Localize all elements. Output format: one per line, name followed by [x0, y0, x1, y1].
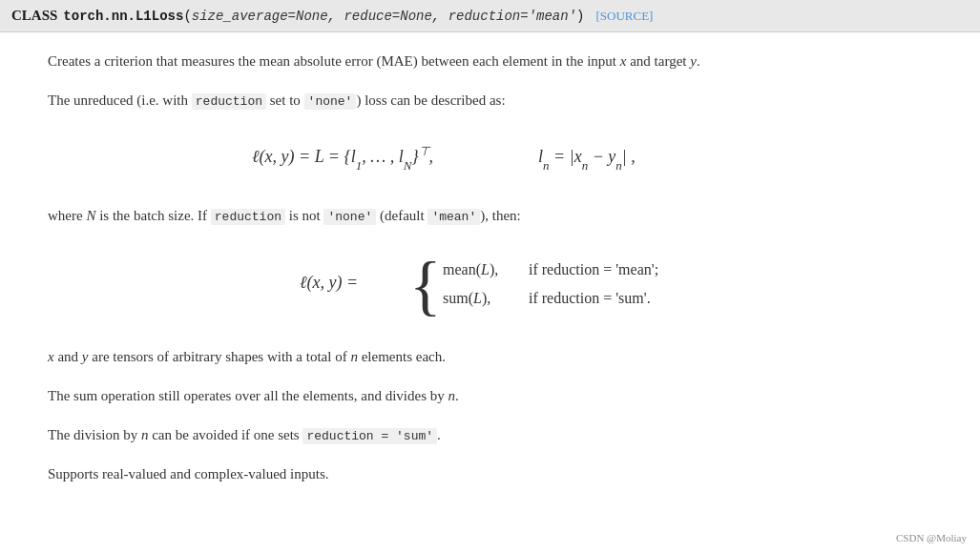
- page: CLASS torch.nn.L1Loss(size_average=None,…: [0, 0, 980, 553]
- svg-text:{: {: [409, 249, 442, 322]
- svg-text:ℓ(x, y) = L = {l1, … , lN}⊤,: ℓ(x, y) = L = {l1, … , lN}⊤,: [252, 143, 433, 172]
- paragraph-2: The unreduced (i.e. with reduction set t…: [48, 89, 932, 113]
- footer-credit: CSDN @Moliay: [896, 532, 967, 543]
- paragraph-3: where N is the batch size. If reduction …: [48, 204, 932, 228]
- content-area: Creates a criterion that measures the me…: [0, 32, 980, 518]
- class-keyword: CLASS: [11, 8, 57, 24]
- math-equation-2: ℓ(x, y) = { mean(L), if reduction = 'mea…: [48, 246, 932, 326]
- class-params: size_average=None, reduce=None, reductio…: [192, 9, 576, 24]
- class-name: torch.nn.L1Loss: [63, 9, 183, 24]
- paragraph-5: The sum operation still operates over al…: [48, 384, 932, 408]
- source-link[interactable]: [SOURCE]: [595, 9, 653, 24]
- code-none-1: 'none': [304, 93, 357, 110]
- class-signature: torch.nn.L1Loss(size_average=None, reduc…: [63, 9, 584, 24]
- math-svg-1: ℓ(x, y) = L = {l1, … , lN}⊤, ln = |xn − …: [242, 132, 739, 181]
- svg-text:if reduction = 'sum'.: if reduction = 'sum'.: [529, 290, 651, 306]
- math-equation-1: ℓ(x, y) = L = {l1, … , lN}⊤, ln = |xn − …: [48, 132, 932, 185]
- svg-text:ln = |xn − yn| ,: ln = |xn − yn| ,: [538, 147, 636, 173]
- paragraph-1: Creates a criterion that measures the me…: [48, 50, 932, 73]
- svg-text:sum(L),: sum(L),: [443, 290, 490, 307]
- paragraph-7: Supports real-valued and complex-valued …: [48, 462, 932, 486]
- svg-text:mean(L),: mean(L),: [443, 261, 498, 278]
- code-mean-1: 'mean': [427, 209, 480, 225]
- svg-text:if reduction = 'mean';: if reduction = 'mean';: [529, 261, 658, 277]
- code-reduction-2: reduction: [211, 209, 285, 225]
- paragraph-4: x and y are tensors of arbitrary shapes …: [48, 345, 932, 369]
- math-svg-2: ℓ(x, y) = { mean(L), if reduction = 'mea…: [290, 246, 691, 322]
- paragraph-6: The division by n can be avoided if one …: [48, 423, 932, 447]
- code-reduction-1: reduction: [192, 93, 266, 110]
- code-none-2: 'none': [323, 209, 376, 225]
- svg-text:ℓ(x, y) =: ℓ(x, y) =: [300, 273, 358, 293]
- class-header: CLASS torch.nn.L1Loss(size_average=None,…: [0, 0, 980, 32]
- code-reduction-sum: reduction = 'sum': [302, 428, 437, 444]
